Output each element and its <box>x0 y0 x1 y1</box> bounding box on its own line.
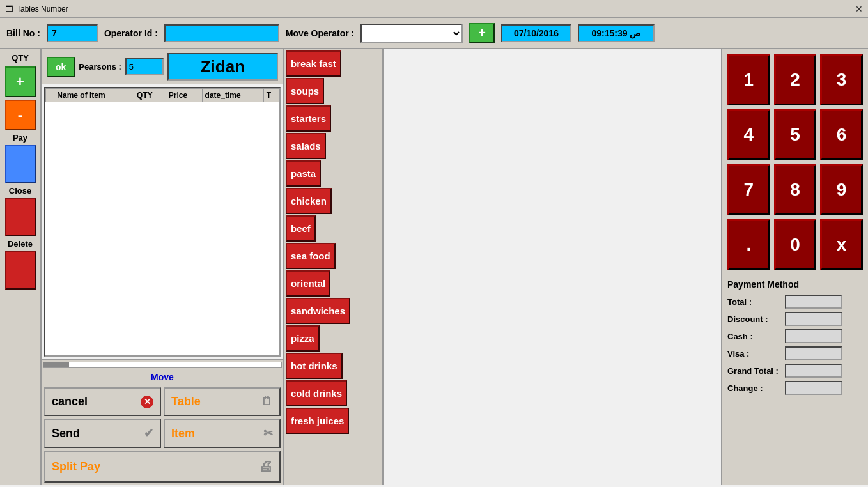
right-panel: 123456789.0x Payment Method Total : Disc… <box>721 49 868 485</box>
title-bar-text: Tables Number <box>17 4 68 13</box>
payment-title: Payment Method <box>727 279 863 290</box>
total-input[interactable] <box>785 295 842 309</box>
menu-item-cold-drinks[interactable]: cold drinks <box>286 380 347 406</box>
col-t: T <box>263 89 279 102</box>
menu-item-pasta[interactable]: pasta <box>286 160 321 187</box>
close-window-btn[interactable]: ✕ <box>855 4 863 14</box>
move-operator-dropdown[interactable] <box>360 24 463 43</box>
numpad-btn-1[interactable]: 1 <box>727 54 770 105</box>
cash-label: Cash : <box>727 332 785 341</box>
split-pay-btn[interactable]: Split Pay 🖨 <box>44 451 281 483</box>
order-table: Name of Item QTY Price date_time T <box>45 88 279 102</box>
persons-label: Pearsons : <box>79 62 121 72</box>
menu-item-salads[interactable]: salads <box>286 133 326 159</box>
visa-label: Visa : <box>727 349 785 359</box>
qty-label: QTY <box>12 53 29 63</box>
delete-btn[interactable] <box>5 251 36 290</box>
order-panel: ok Pearsons : Zidan Name of Item QTY Pri… <box>42 49 284 485</box>
menu-item-beef[interactable]: beef <box>286 215 316 242</box>
grand-total-row: Grand Total : <box>727 364 863 378</box>
cash-input[interactable] <box>785 329 842 343</box>
qty-plus-btn[interactable]: + <box>5 66 36 97</box>
add-operator-btn[interactable]: + <box>469 23 495 43</box>
horizontal-scrollbar[interactable] <box>42 359 283 369</box>
menu-item-chicken[interactable]: chicken <box>286 188 332 214</box>
numpad-btn-4[interactable]: 4 <box>727 109 770 160</box>
numpad-btn-0[interactable]: 0 <box>774 219 817 270</box>
change-label: Change : <box>727 383 785 393</box>
item-btn[interactable]: Item ✂ <box>164 419 281 448</box>
bill-no-input[interactable] <box>47 24 98 42</box>
bottom-buttons: cancel ✕ Table 🗒 Send ✔ Item ✂ Split Pay… <box>42 385 283 485</box>
app-icon: 🗔 <box>5 4 13 13</box>
numpad-btn-.[interactable]: . <box>727 219 770 270</box>
send-icon: ✔ <box>144 426 153 440</box>
total-label: Total : <box>727 297 785 307</box>
customer-name-display: Zidan <box>167 53 278 81</box>
discount-row: Discount : <box>727 312 863 326</box>
grand-total-label: Grand Total : <box>727 366 785 376</box>
menu-item-sandwiches[interactable]: sandwiches <box>286 298 350 324</box>
payment-section: Payment Method Total : Discount : Cash :… <box>727 279 863 398</box>
change-row: Change : <box>727 381 863 395</box>
split-pay-icon: 🖨 <box>259 458 273 475</box>
numpad-btn-x[interactable]: x <box>820 219 863 270</box>
header: Bill No : Operator Id : Move Operator : … <box>0 18 868 49</box>
menu-item-oriental[interactable]: oriental <box>286 270 330 297</box>
menu-item-soups[interactable]: soups <box>286 78 324 104</box>
menu-item-hot-drinks[interactable]: hot drinks <box>286 353 343 379</box>
close-label: Close <box>9 186 31 196</box>
date-display: 07/10/2016 <box>501 24 571 42</box>
numpad-btn-6[interactable]: 6 <box>820 109 863 160</box>
send-btn[interactable]: Send ✔ <box>44 419 161 448</box>
numpad: 123456789.0x <box>727 54 863 270</box>
numpad-btn-8[interactable]: 8 <box>774 164 817 215</box>
menu-item-sea-food[interactable]: sea food <box>286 243 336 269</box>
cancel-icon: ✕ <box>141 396 153 408</box>
col-datetime: date_time <box>202 89 263 102</box>
col-price: Price <box>166 89 202 102</box>
qty-minus-btn[interactable]: - <box>5 100 36 130</box>
menu-item-pizza[interactable]: pizza <box>286 325 320 352</box>
persons-input[interactable] <box>125 58 164 75</box>
close-btn[interactable] <box>5 198 36 236</box>
scrollbar-thumb[interactable] <box>43 362 69 367</box>
cancel-btn[interactable]: cancel ✕ <box>44 387 161 416</box>
numpad-btn-9[interactable]: 9 <box>820 164 863 215</box>
col-name: Name of Item <box>54 89 134 102</box>
discount-input[interactable] <box>785 312 842 326</box>
change-input[interactable] <box>785 381 842 395</box>
numpad-btn-2[interactable]: 2 <box>774 54 817 105</box>
pay-label: Pay <box>13 133 27 143</box>
grand-total-input[interactable] <box>785 364 842 378</box>
operator-id-input[interactable] <box>164 24 279 42</box>
cash-row: Cash : <box>727 329 863 343</box>
move-operator-label: Move Operator : <box>286 28 354 38</box>
persons-row: ok Pearsons : Zidan <box>42 49 283 84</box>
discount-label: Discount : <box>727 314 785 324</box>
item-icon: ✂ <box>263 426 273 440</box>
left-panel: QTY + - Pay Close Delete <box>0 49 42 485</box>
pay-btn[interactable] <box>5 145 36 183</box>
operator-id-label: Operator Id : <box>104 28 158 38</box>
numpad-btn-5[interactable]: 5 <box>774 109 817 160</box>
menu-item-starters[interactable]: starters <box>286 105 331 132</box>
move-label: Move <box>42 369 283 385</box>
title-bar: 🗔 Tables Number ✕ <box>0 0 868 18</box>
table-btn[interactable]: Table 🗒 <box>164 387 281 416</box>
scrollbar-track[interactable] <box>43 362 282 368</box>
numpad-btn-3[interactable]: 3 <box>820 54 863 105</box>
col-qty: QTY <box>134 89 166 102</box>
table-icon: 🗒 <box>261 395 273 408</box>
numpad-btn-7[interactable]: 7 <box>727 164 770 215</box>
menu-item-break-fast[interactable]: break fast <box>286 50 341 77</box>
menu-panel: break fastsoupsstarterssaladspastachicke… <box>284 49 384 485</box>
visa-input[interactable] <box>785 346 842 360</box>
bill-no-label: Bill No : <box>6 28 40 38</box>
menu-item-fresh-juices[interactable]: fresh juices <box>286 408 349 434</box>
menu-scroll[interactable]: break fastsoupsstarterssaladspastachicke… <box>284 49 382 485</box>
ok-btn[interactable]: ok <box>47 57 75 77</box>
food-items-area <box>384 49 721 485</box>
visa-row: Visa : <box>727 346 863 360</box>
order-table-container: Name of Item QTY Price date_time T <box>44 87 281 357</box>
